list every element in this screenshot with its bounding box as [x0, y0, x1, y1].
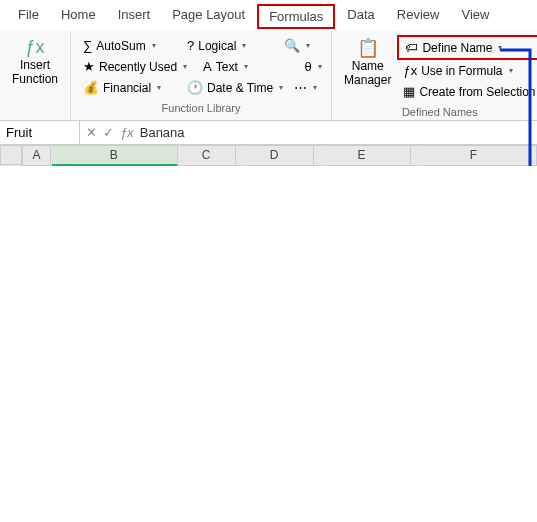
insert-function-button[interactable]: ƒx Insert Function	[6, 35, 64, 88]
more-icon: ⋯	[294, 80, 307, 95]
tab-data[interactable]: Data	[337, 4, 384, 29]
formula-value[interactable]: Banana	[140, 125, 185, 140]
tag-icon: 🏷	[405, 40, 418, 55]
sigma-icon: ∑	[83, 38, 92, 53]
clock-icon: 🕐	[187, 80, 203, 95]
lookup-button[interactable]: 🔍	[285, 35, 309, 56]
tab-home[interactable]: Home	[51, 4, 106, 29]
logical-icon: ?	[187, 38, 194, 53]
formula-icon: ƒx	[403, 63, 417, 78]
fbar-check-icon[interactable]: ✓	[103, 125, 114, 140]
fx-icon: ƒx	[26, 37, 45, 58]
insert-function-label2: Function	[12, 72, 58, 86]
recently-used-button[interactable]: ★Recently Used	[77, 56, 193, 77]
defined-names-label: Defined Names	[338, 102, 537, 118]
create-from-selection-button[interactable]: ▦Create from Selection	[397, 81, 537, 102]
financial-icon: 💰	[83, 80, 99, 95]
datetime-button[interactable]: 🕐Date & Time	[181, 77, 289, 98]
text-button[interactable]: AText	[197, 56, 297, 77]
tab-formulas[interactable]: Formulas	[257, 4, 335, 29]
math-icon: θ	[304, 59, 311, 74]
name-box[interactable]: Fruit	[0, 121, 80, 144]
autosum-button[interactable]: ∑AutoSum	[77, 35, 177, 56]
fx-bar-icon[interactable]: ƒx	[120, 125, 134, 140]
row-header[interactable]: 2	[0, 165, 22, 166]
text-icon: A	[203, 59, 212, 74]
lookup-icon: 🔍	[284, 38, 300, 53]
recent-icon: ★	[83, 59, 95, 74]
more-functions-button[interactable]: ⋯	[293, 77, 317, 98]
fbar-cancel-icon[interactable]: ✕	[86, 125, 97, 140]
tab-file[interactable]: File	[8, 4, 49, 29]
insert-function-label1: Insert	[20, 58, 50, 72]
tab-insert[interactable]: Insert	[108, 4, 161, 29]
function-library-label: Function Library	[77, 98, 325, 114]
logical-button[interactable]: ?Logical	[181, 35, 281, 56]
ribbon: ƒx Insert Function ∑AutoSum ?Logical 🔍 ★…	[0, 31, 537, 121]
name-manager-button[interactable]: 📋 Name Manager	[338, 35, 397, 102]
select-all-corner[interactable]	[0, 145, 22, 165]
financial-button[interactable]: 💰Financial	[77, 77, 177, 98]
define-name-button[interactable]: 🏷Define Name	[397, 35, 537, 60]
math-button[interactable]: θ	[301, 56, 325, 77]
tab-view[interactable]: View	[451, 4, 499, 29]
name-manager-icon: 📋	[357, 37, 379, 59]
selection-icon: ▦	[403, 84, 415, 99]
use-in-formula-button[interactable]: ƒxUse in Formula	[397, 60, 537, 81]
tab-pagelayout[interactable]: Page Layout	[162, 4, 255, 29]
tab-review[interactable]: Review	[387, 4, 450, 29]
